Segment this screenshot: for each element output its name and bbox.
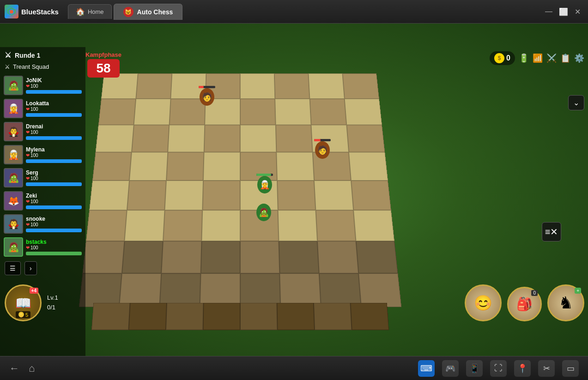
- bag-button[interactable]: 🎒 0: [507, 287, 542, 321]
- board-cell-2-7[interactable]: [346, 125, 385, 152]
- board-cell-2-5[interactable]: [276, 125, 313, 152]
- board-cell-2-0[interactable]: [96, 125, 134, 152]
- board-cell-5-3[interactable]: [201, 210, 240, 241]
- board-cell-4-3[interactable]: [202, 181, 240, 210]
- board-cell-6-4[interactable]: [240, 241, 279, 273]
- board-cell-3-1[interactable]: [129, 152, 168, 181]
- board-cell-3-5[interactable]: [276, 152, 314, 181]
- settings-hud-icon[interactable]: ⚙️: [574, 53, 584, 63]
- board-cell-5-7[interactable]: [353, 210, 394, 241]
- player-item-4[interactable]: 🧟 Serg ❤ 100: [0, 166, 85, 189]
- board-cell-7-1[interactable]: [119, 273, 161, 307]
- home-button[interactable]: ⌂: [29, 362, 35, 374]
- board-cell-7-4[interactable]: [240, 273, 280, 307]
- scissors-button[interactable]: ✂: [538, 360, 555, 377]
- minimize-button[interactable]: —: [545, 7, 552, 16]
- board-cell-4-0[interactable]: [89, 181, 129, 210]
- player-name-3: Mylena: [26, 146, 82, 153]
- board-cell-3-7[interactable]: [349, 152, 388, 181]
- location-button[interactable]: 📍: [514, 360, 531, 377]
- book-hud-icon[interactable]: 📋: [560, 53, 570, 63]
- bench-cell-5[interactable]: [277, 303, 315, 330]
- board-cell-0-7[interactable]: [342, 73, 379, 98]
- board-cell-7-6[interactable]: [319, 273, 361, 307]
- board-cell-1-7[interactable]: [345, 99, 382, 125]
- board-cell-1-0[interactable]: [98, 99, 136, 125]
- board-cell-5-1[interactable]: [124, 210, 164, 241]
- bench-cell-6[interactable]: [314, 303, 352, 330]
- add-piece-button[interactable]: ♞ +: [547, 284, 584, 321]
- board-cell-7-5[interactable]: [279, 273, 321, 307]
- arrow-expand-button[interactable]: ›: [24, 261, 37, 275]
- board-cell-0-6[interactable]: [309, 73, 345, 98]
- squad-name: Treant Squad: [13, 63, 49, 70]
- player-item-3[interactable]: 🧝 Mylena ❤ 100: [0, 143, 85, 166]
- player-item-0[interactable]: 🧟 JoNiK ❤ 100: [0, 74, 85, 97]
- game-tab[interactable]: 😺 Auto Chess: [114, 4, 183, 20]
- close-button[interactable]: ✕: [575, 7, 581, 16]
- board-cell-4-5[interactable]: [277, 181, 315, 210]
- gamepad-button[interactable]: 🎮: [442, 360, 459, 377]
- board-cell-0-4[interactable]: [240, 73, 275, 98]
- board-cell-7-2[interactable]: [159, 273, 200, 307]
- board-cell-5-5[interactable]: [278, 210, 317, 241]
- back-button[interactable]: ←: [9, 362, 19, 374]
- board-cell-5-0[interactable]: [86, 210, 127, 241]
- board-cell-0-1[interactable]: [136, 73, 172, 98]
- board-cell-1-1[interactable]: [134, 99, 171, 125]
- board-cell-1-4[interactable]: [240, 99, 276, 125]
- bench-cell-0[interactable]: [91, 303, 130, 330]
- expand-screen-button[interactable]: ⛶: [490, 360, 507, 377]
- player-hp-text-6: ❤ 100: [26, 222, 82, 227]
- home-tab[interactable]: 🏠 Home: [68, 4, 112, 19]
- board-cell-4-2[interactable]: [165, 181, 203, 210]
- board-cell-7-7[interactable]: [358, 273, 401, 307]
- player-item-5[interactable]: 🦊 Zeki ❤ 100: [0, 189, 85, 212]
- board-cell-6-2[interactable]: [161, 241, 201, 273]
- player-hp-text-7: ❤ 100: [26, 245, 82, 250]
- maximize-button[interactable]: ⬜: [559, 7, 568, 16]
- board-cell-6-6[interactable]: [317, 241, 358, 273]
- board-cell-5-6[interactable]: [315, 210, 356, 241]
- board-cell-2-3[interactable]: [204, 125, 240, 152]
- board-cell-7-3[interactable]: [200, 273, 240, 307]
- swords-icon[interactable]: ⚔️: [546, 53, 557, 63]
- board-cell-6-7[interactable]: [356, 241, 398, 273]
- chevron-collapse-button[interactable]: ⌄: [568, 95, 584, 110]
- board-cell-3-0[interactable]: [92, 152, 132, 181]
- shop-book-button[interactable]: 📖 +4 🪙 5: [5, 284, 42, 321]
- bench-cell-2[interactable]: [166, 303, 204, 330]
- bench-cell-1[interactable]: [128, 303, 167, 330]
- board-cell-1-6[interactable]: [310, 99, 347, 125]
- list-menu-button[interactable]: ≡✕: [542, 222, 561, 241]
- board-cell-3-2[interactable]: [166, 152, 204, 181]
- board-cell-3-3[interactable]: [203, 152, 240, 181]
- portrait-button[interactable]: ▭: [562, 360, 579, 377]
- hamburger-menu-button[interactable]: ☰: [5, 261, 21, 275]
- board-cell-4-1[interactable]: [127, 181, 166, 210]
- player-item-6[interactable]: 🧛 snooke ❤ 100: [0, 212, 85, 235]
- char2-sprite: 🧑: [315, 141, 330, 159]
- board-cell-4-6[interactable]: [314, 181, 353, 210]
- board-cell-1-5[interactable]: [275, 99, 311, 125]
- bench-cell-7[interactable]: [350, 303, 389, 330]
- board-cell-6-1[interactable]: [122, 241, 163, 273]
- player-item-1[interactable]: 🧝 Lookatta ❤ 100: [0, 97, 85, 120]
- board-cell-6-3[interactable]: [201, 241, 240, 273]
- smiley-button[interactable]: 😊: [465, 284, 502, 321]
- board-cell-2-1[interactable]: [132, 125, 170, 152]
- board-cell-6-0[interactable]: [82, 241, 124, 273]
- board-cell-6-5[interactable]: [279, 241, 319, 273]
- board-cell-2-4[interactable]: [240, 125, 276, 152]
- board-cell-0-5[interactable]: [274, 73, 310, 98]
- bench-cell-3[interactable]: [203, 303, 240, 330]
- board-cell-5-2[interactable]: [163, 210, 202, 241]
- bench-cell-4[interactable]: [240, 303, 278, 330]
- player-item-2[interactable]: 🧛 Drenai ❤ 100: [0, 120, 85, 143]
- phone-mirror-button[interactable]: 📱: [466, 360, 483, 377]
- player-item-7[interactable]: 🧟 bstacks ❤ 100: [0, 235, 85, 259]
- board-cell-2-2[interactable]: [168, 125, 205, 152]
- keyboard-button[interactable]: ⌨: [418, 360, 435, 377]
- list-icon[interactable]: ≡✕: [542, 222, 561, 241]
- board-cell-4-7[interactable]: [351, 181, 391, 210]
